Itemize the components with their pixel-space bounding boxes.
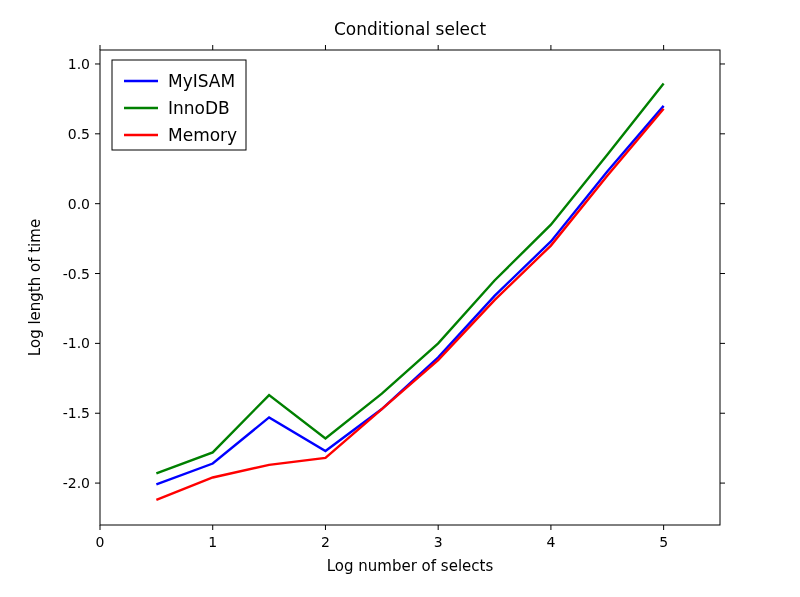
x-tick-label: 2 [321, 534, 330, 550]
y-tick-label: -1.0 [63, 335, 90, 351]
y-tick-label: 0.0 [68, 196, 90, 212]
x-tick-label: 5 [659, 534, 668, 550]
y-tick-label: 0.5 [68, 126, 90, 142]
series-line-myisam [156, 106, 663, 485]
y-tick-label: -2.0 [63, 475, 90, 491]
legend: MyISAMInnoDBMemory [112, 60, 246, 150]
x-tick-label: 4 [546, 534, 555, 550]
x-tick-label: 3 [434, 534, 443, 550]
y-axis-label: Log length of time [26, 219, 44, 356]
y-tick-label: -1.5 [63, 405, 90, 421]
chart-svg: 012345 -2.0-1.5-1.0-0.50.00.51.0 Log num… [0, 0, 800, 597]
y-tick-label: 1.0 [68, 56, 90, 72]
legend-label-memory: Memory [168, 125, 237, 145]
x-tick-label: 1 [208, 534, 217, 550]
x-axis-label: Log number of selects [327, 557, 494, 575]
x-tick-label: 0 [96, 534, 105, 550]
y-tick-label: -0.5 [63, 266, 90, 282]
series-line-memory [156, 109, 663, 500]
legend-label-myisam: MyISAM [168, 71, 235, 91]
chart-title: Conditional select [334, 19, 487, 39]
chart-container: 012345 -2.0-1.5-1.0-0.50.00.51.0 Log num… [0, 0, 800, 597]
legend-label-innodb: InnoDB [168, 98, 230, 118]
